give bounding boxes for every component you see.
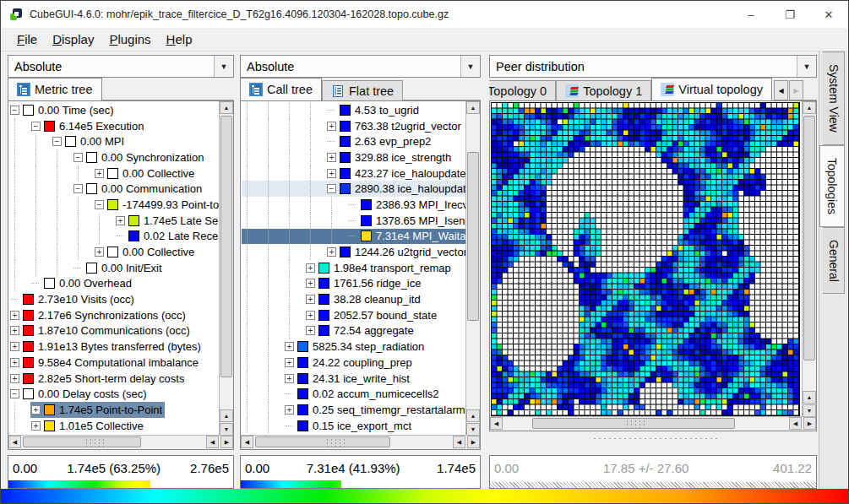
- scroll-left-icon[interactable]: ◀: [8, 436, 21, 448]
- call-tree-row[interactable]: +0.25 seq_timemgr_restartalarmison: [242, 402, 466, 418]
- expand-icon[interactable]: +: [285, 405, 294, 415]
- metric-tree-row[interactable]: +9.58e4 Computational imbalance: [9, 355, 220, 371]
- tab-scroll-right-icon[interactable]: ▶: [789, 80, 803, 100]
- scroll-left-icon[interactable]: ◀: [206, 436, 219, 448]
- expand-icon[interactable]: +: [95, 247, 104, 257]
- metric-tree-row[interactable]: 0.00 Init/Exit: [9, 260, 220, 276]
- call-tree-row[interactable]: +38.28 cleanup_itd: [242, 291, 466, 307]
- tab-scroll-left-icon[interactable]: ◀: [774, 80, 788, 100]
- call-tree-row[interactable]: 2386.93 MPI_Irecv: [242, 197, 466, 213]
- expand-icon[interactable]: +: [10, 358, 19, 367]
- scroll-up-icon[interactable]: ▲: [220, 101, 233, 114]
- call-tree-row[interactable]: +1.98e4 transport_remap: [242, 260, 466, 276]
- expand-icon[interactable]: +: [10, 374, 19, 383]
- topology-horizontal-scrollbar[interactable]: ◀ ◀ ▶: [490, 416, 816, 431]
- metric-tree-row[interactable]: +1.87e10 Communications (occ): [9, 323, 220, 339]
- tab-topology-1[interactable]: Topology 1: [556, 80, 651, 100]
- metric-tree-row[interactable]: +0.00 Collective: [9, 244, 220, 260]
- scroll-up-icon[interactable]: ▲: [466, 101, 480, 114]
- menu-file[interactable]: File: [9, 30, 45, 49]
- expand-icon[interactable]: +: [285, 358, 294, 367]
- call-horizontal-scrollbar[interactable]: ◀ ◀ ▶: [241, 435, 480, 449]
- topology-vertical-scrollbar[interactable]: ▲ ▲ ▼: [802, 101, 816, 417]
- metric-tree-row[interactable]: +1.01e5 Collective: [9, 418, 220, 434]
- scroll-left-icon[interactable]: ◀: [789, 417, 802, 430]
- expand-icon[interactable]: +: [10, 342, 19, 351]
- expand-icon[interactable]: +: [31, 421, 41, 431]
- scroll-right-icon[interactable]: ▶: [467, 436, 480, 448]
- metric-tree-row[interactable]: 2.73e10 Visits (occ): [9, 291, 220, 307]
- metric-tree-row[interactable]: +1.74e5 Point-to-Point: [9, 402, 220, 418]
- expand-icon[interactable]: +: [306, 311, 315, 320]
- scroll-up-icon[interactable]: ▲: [803, 101, 816, 114]
- call-tree-row[interactable]: 1378.65 MPI_Isend: [242, 213, 466, 229]
- tab-call-tree[interactable]: Call tree: [240, 78, 322, 100]
- call-tree-row[interactable]: +423.27 ice_haloupdate: [242, 165, 466, 182]
- scroll-right-icon[interactable]: ▶: [803, 417, 816, 430]
- splitter-handle[interactable]: [592, 436, 719, 441]
- expand-icon[interactable]: +: [306, 279, 315, 288]
- call-tree-row[interactable]: +24.31 ice_write_hist: [242, 371, 466, 387]
- call-vertical-scrollbar[interactable]: ▲ ▲ ▼: [465, 101, 480, 436]
- collapse-icon[interactable]: −: [52, 137, 62, 146]
- call-tree-row[interactable]: 2.63 evp_prep2: [242, 133, 466, 149]
- topology-grid[interactable]: [491, 102, 800, 416]
- close-button[interactable]: ✕: [809, 1, 848, 28]
- scroll-down-icon[interactable]: ▼: [220, 423, 233, 436]
- metric-tree-row[interactable]: +0.00 Collective: [9, 165, 220, 182]
- metric-tree-row[interactable]: −0.00 Delay costs (sec): [9, 386, 220, 402]
- expand-icon[interactable]: +: [116, 216, 125, 225]
- call-tree-row[interactable]: 0.15 ice_export_mct: [242, 418, 466, 434]
- side-tab-topologies[interactable]: Topologies: [819, 145, 845, 227]
- metric-tree-row[interactable]: −0.00 Time (sec): [9, 102, 220, 118]
- scroll-up-icon[interactable]: ▲: [220, 409, 233, 422]
- collapse-icon[interactable]: −: [31, 122, 41, 131]
- metric-tree-row[interactable]: −-174499.93 Point-to-point: [9, 197, 220, 213]
- call-tree-row[interactable]: +1244.26 u2tgrid_vector: [242, 244, 466, 260]
- call-tree-row[interactable]: 7.31e4 MPI_Waitall: [242, 229, 466, 245]
- expand-icon[interactable]: +: [327, 122, 336, 131]
- collapse-icon[interactable]: −: [95, 200, 104, 209]
- expand-icon[interactable]: +: [10, 311, 19, 320]
- expand-icon[interactable]: +: [31, 405, 41, 415]
- call-tree-row[interactable]: 0.02 accum_numicecells2: [242, 386, 466, 402]
- collapse-icon[interactable]: −: [10, 106, 19, 115]
- minimize-button[interactable]: –: [732, 1, 770, 28]
- metric-tree-row[interactable]: +2.17e6 Synchronizations (occ): [9, 307, 220, 323]
- metric-tree-row[interactable]: 0.02 Late Receiver: [9, 229, 220, 245]
- call-tree-row[interactable]: +763.38 t2ugrid_vector: [242, 118, 466, 134]
- call-tree-row[interactable]: +1761.56 ridge_ice: [242, 276, 466, 292]
- metric-horizontal-scrollbar[interactable]: ◀ ◀ ▶: [8, 435, 233, 449]
- tab-flat-tree[interactable]: Flat tree: [322, 80, 403, 100]
- metric-tree-row[interactable]: +1.74e5 Late Sender: [9, 213, 220, 229]
- call-tree-row[interactable]: +72.54 aggregate: [242, 323, 466, 339]
- scroll-up-icon[interactable]: ▲: [803, 391, 816, 404]
- scroll-right-icon[interactable]: ▶: [220, 436, 233, 448]
- call-tree-row[interactable]: +2052.57 bound_state: [242, 307, 466, 323]
- expand-icon[interactable]: +: [285, 374, 294, 383]
- tab-metric-tree[interactable]: Metric tree: [8, 78, 102, 100]
- metric-tree-row[interactable]: −6.14e5 Execution: [9, 118, 220, 134]
- expand-icon[interactable]: +: [306, 326, 315, 335]
- colormap-legend[interactable]: [1, 489, 849, 504]
- call-tree-row[interactable]: +24.22 coupling_prep: [242, 355, 466, 371]
- collapse-icon[interactable]: −: [10, 389, 19, 398]
- maximize-button[interactable]: ❐: [770, 1, 809, 28]
- metric-tree-row[interactable]: −0.00 MPI: [9, 133, 220, 149]
- scroll-down-icon[interactable]: ▼: [803, 404, 816, 417]
- tab-topology-0[interactable]: Topology 0: [489, 80, 556, 100]
- tab-virtual-topology[interactable]: Virtual topology: [651, 78, 772, 100]
- call-tree-row[interactable]: −2890.38 ice_haloupdate: [242, 181, 466, 197]
- metric-tree-row[interactable]: 0.00 Overhead: [9, 276, 220, 292]
- call-value-mode-dropdown[interactable]: Absolute ▼: [240, 55, 481, 78]
- side-tab-general[interactable]: General: [823, 227, 845, 295]
- menu-help[interactable]: Help: [159, 30, 200, 49]
- expand-icon[interactable]: +: [306, 295, 315, 304]
- scroll-down-icon[interactable]: ▼: [466, 423, 480, 436]
- call-tree-row[interactable]: +5825.34 step_radiation: [242, 339, 466, 355]
- expand-icon[interactable]: +: [10, 326, 19, 335]
- metric-value-mode-dropdown[interactable]: Absolute ▼: [8, 55, 234, 78]
- expand-icon[interactable]: +: [327, 169, 336, 178]
- expand-icon[interactable]: +: [95, 169, 104, 178]
- collapse-icon[interactable]: −: [73, 153, 83, 162]
